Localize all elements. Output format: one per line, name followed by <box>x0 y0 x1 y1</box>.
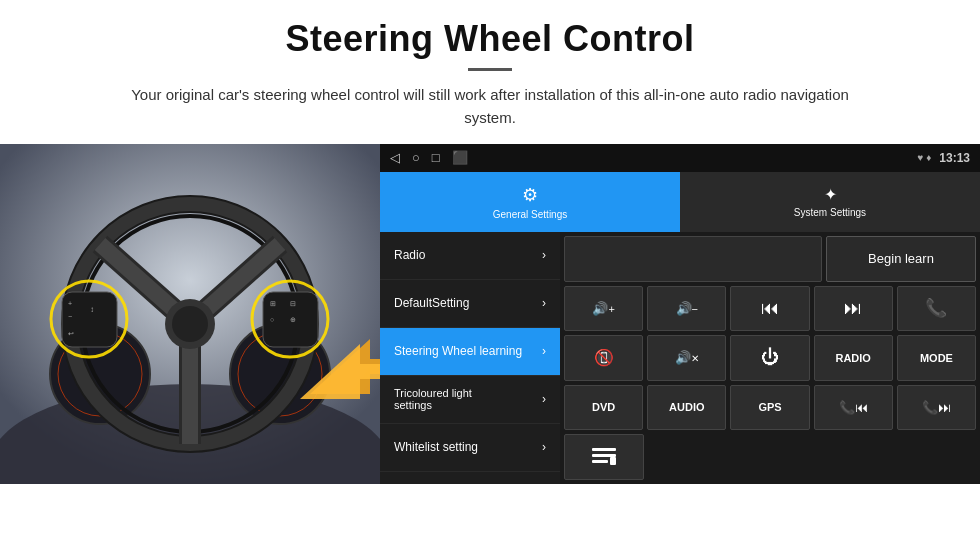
svg-text:↕: ↕ <box>90 305 94 314</box>
mode-button[interactable]: MODE <box>897 335 976 381</box>
begin-learn-label: Begin learn <box>868 251 934 266</box>
svg-text:↩: ↩ <box>68 330 74 337</box>
menu-icon[interactable]: ⬛ <box>452 150 468 165</box>
signal-icons: ♥ ♦ <box>917 152 931 163</box>
svg-text:⊕: ⊕ <box>290 316 296 323</box>
tab-system-settings[interactable]: ✦ System Settings <box>680 172 980 232</box>
control-panel: Begin learn 🔊+ 🔊− ⏮ <box>560 232 980 484</box>
svg-text:⊞: ⊞ <box>270 300 276 307</box>
radio-label: RADIO <box>835 352 870 364</box>
vol-down-icon: 🔊− <box>676 301 698 316</box>
vol-up-icon: 🔊+ <box>592 301 614 316</box>
phone-next-button[interactable]: 📞⏭ <box>897 385 976 431</box>
phone-icon: 📞 <box>925 297 947 319</box>
chevron-radio-icon: › <box>542 248 546 262</box>
control-row-1: 🔊+ 🔊− ⏮ ⏭ 📞 <box>564 286 976 332</box>
gps-button[interactable]: GPS <box>730 385 809 431</box>
menu-item-radio-label: Radio <box>394 248 425 262</box>
svg-text:+: + <box>68 300 72 307</box>
phone-prev-icon: 📞⏮ <box>839 400 868 415</box>
menu-item-tricoloured[interactable]: Tricoloured lightsettings › <box>380 376 560 424</box>
menu-item-radio[interactable]: Radio › <box>380 232 560 280</box>
menu-item-steering-wheel[interactable]: Steering Wheel learning › <box>380 328 560 376</box>
svg-text:⊟: ⊟ <box>290 300 296 307</box>
control-grid: 🔊+ 🔊− ⏮ ⏭ 📞 <box>564 286 976 480</box>
clock: 13:13 <box>939 151 970 165</box>
hangup-icon: 📵 <box>594 348 614 367</box>
list-button[interactable] <box>564 434 644 480</box>
menu-panel: Radio › DefaultSetting › Steering Wheel … <box>380 232 560 484</box>
svg-rect-31 <box>592 448 616 451</box>
phone-next-icon: 📞⏭ <box>922 400 951 415</box>
control-row-3: DVD AUDIO GPS 📞⏮ 📞⏭ <box>564 385 976 431</box>
control-row-4 <box>564 434 976 480</box>
radio-button[interactable]: RADIO <box>814 335 893 381</box>
dvd-button[interactable]: DVD <box>564 385 643 431</box>
prev-track-button[interactable]: ⏮ <box>730 286 809 332</box>
vol-up-button[interactable]: 🔊+ <box>564 286 643 332</box>
chevron-default-icon: › <box>542 296 546 310</box>
back-icon[interactable]: ◁ <box>390 150 400 165</box>
menu-item-tricoloured-label: Tricoloured lightsettings <box>394 387 472 411</box>
vol-down-button[interactable]: 🔊− <box>647 286 726 332</box>
tab-system-label: System Settings <box>794 207 866 218</box>
menu-item-steering-label: Steering Wheel learning <box>394 344 522 358</box>
gps-label: GPS <box>758 401 781 413</box>
prev-track-icon: ⏮ <box>761 298 779 319</box>
svg-rect-34 <box>610 457 616 465</box>
next-track-icon: ⏭ <box>844 298 862 319</box>
menu-item-whitelist[interactable]: Whitelist setting › <box>380 424 560 472</box>
chevron-whitelist-icon: › <box>542 440 546 454</box>
list-icon <box>590 446 618 468</box>
status-bar-left: ◁ ○ □ ⬛ <box>390 150 468 165</box>
menu-item-default-setting[interactable]: DefaultSetting › <box>380 280 560 328</box>
home-icon[interactable]: ○ <box>412 150 420 165</box>
steering-wheel-svg: + − ↕ ↩ ⊞ ⊟ ○ ⊕ <box>0 144 380 484</box>
android-panel: ◁ ○ □ ⬛ ♥ ♦ 13:13 ⚙ General Settings ✦ S… <box>380 144 980 484</box>
recents-icon[interactable]: □ <box>432 150 440 165</box>
phone-button[interactable]: 📞 <box>897 286 976 332</box>
svg-text:○: ○ <box>270 316 274 323</box>
title-divider <box>468 68 512 71</box>
next-track-button[interactable]: ⏭ <box>814 286 893 332</box>
svg-text:−: − <box>68 313 72 320</box>
power-button[interactable]: ⏻ <box>730 335 809 381</box>
menu-item-default-label: DefaultSetting <box>394 296 469 310</box>
chevron-tricoloured-icon: › <box>542 392 546 406</box>
svg-rect-35 <box>612 455 614 457</box>
tab-general-label: General Settings <box>493 209 568 220</box>
top-row: Begin learn <box>564 236 976 282</box>
content-area: Radio › DefaultSetting › Steering Wheel … <box>380 232 980 484</box>
power-icon: ⏻ <box>761 347 779 368</box>
tab-general-settings[interactable]: ⚙ General Settings <box>380 172 680 232</box>
general-settings-icon: ⚙ <box>522 184 538 206</box>
status-bar-right: ♥ ♦ 13:13 <box>917 151 970 165</box>
status-bar: ◁ ○ □ ⬛ ♥ ♦ 13:13 <box>380 144 980 172</box>
mute-icon: 🔊✕ <box>675 350 699 365</box>
top-section: Steering Wheel Control Your original car… <box>0 0 980 144</box>
phone-prev-button[interactable]: 📞⏮ <box>814 385 893 431</box>
mute-button[interactable]: 🔊✕ <box>647 335 726 381</box>
menu-item-whitelist-label: Whitelist setting <box>394 440 478 454</box>
bottom-section: + − ↕ ↩ ⊞ ⊟ ○ ⊕ ◁ ○ <box>0 144 980 484</box>
tab-bar: ⚙ General Settings ✦ System Settings <box>380 172 980 232</box>
begin-learn-button[interactable]: Begin learn <box>826 236 976 282</box>
svg-point-16 <box>172 306 208 342</box>
mode-label: MODE <box>920 352 953 364</box>
audio-button[interactable]: AUDIO <box>647 385 726 431</box>
chevron-steering-icon: › <box>542 344 546 358</box>
car-image: + − ↕ ↩ ⊞ ⊟ ○ ⊕ <box>0 144 380 484</box>
subtitle: Your original car's steering wheel contr… <box>110 83 870 130</box>
page-title: Steering Wheel Control <box>60 18 920 60</box>
svg-rect-33 <box>592 460 608 463</box>
hangup-button[interactable]: 📵 <box>564 335 643 381</box>
steering-input[interactable] <box>564 236 822 282</box>
control-row-2: 📵 🔊✕ ⏻ RADIO MODE <box>564 335 976 381</box>
system-settings-icon: ✦ <box>824 185 837 204</box>
dvd-label: DVD <box>592 401 615 413</box>
audio-label: AUDIO <box>669 401 704 413</box>
